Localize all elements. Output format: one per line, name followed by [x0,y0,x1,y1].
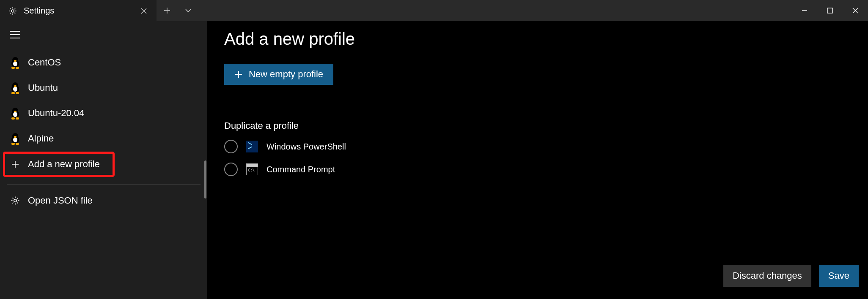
sidebar-divider [7,184,201,185]
button-label: Save [828,270,849,281]
sidebar-item-label: Ubuntu-20.04 [28,108,84,119]
linux-icon [8,57,22,68]
gear-icon [8,6,18,16]
button-label: New empty profile [249,69,323,80]
close-tab-button[interactable] [139,6,149,16]
hamburger-button[interactable] [0,21,207,48]
linux-icon [8,82,22,93]
command-prompt-icon [246,163,258,175]
button-label: Discard changes [733,270,802,281]
sidebar-item-label: Open JSON file [28,195,93,206]
sidebar-item-alpine[interactable]: Alpine [4,126,203,151]
title-bar: Settings [0,0,868,21]
profile-option-label: Windows PowerShell [266,142,346,152]
gear-icon [8,196,22,206]
linux-icon [8,133,22,144]
main-content: Add a new profile New empty profile Dupl… [207,21,868,299]
svg-point-2 [14,199,16,202]
sidebar-item-label: Add a new profile [28,159,100,170]
sidebar: CentOS Ubuntu Ubuntu-20.04 Alpine [0,21,207,299]
sidebar-item-ubuntu[interactable]: Ubuntu [4,75,203,101]
linux-icon [8,108,22,119]
sidebar-item-label: CentOS [28,57,61,68]
powershell-icon [246,141,258,152]
profile-radio-list: Windows PowerShell Command Prompt [224,140,851,176]
tab-title: Settings [24,6,139,16]
svg-rect-1 [827,8,832,13]
titlebar-spacer [199,0,792,21]
profile-option-label: Command Prompt [266,165,335,174]
window-maximize-button[interactable] [817,0,843,21]
sidebar-item-centos[interactable]: CentOS [4,50,203,75]
tab-settings[interactable]: Settings [0,0,157,21]
plus-icon [8,160,22,169]
sidebar-scroll-thumb[interactable] [204,160,206,198]
discard-button[interactable]: Discard changes [723,265,811,287]
open-json-button[interactable]: Open JSON file [4,188,203,213]
window-minimize-button[interactable] [792,0,817,21]
sidebar-item-label: Alpine [28,133,54,144]
sidebar-nav: CentOS Ubuntu Ubuntu-20.04 Alpine [0,48,207,177]
svg-point-0 [11,10,14,12]
plus-icon [234,70,243,79]
save-button[interactable]: Save [819,265,859,287]
duplicate-section-label: Duplicate a profile [224,120,851,131]
command-bar: Discard changes Save [207,253,868,299]
window-close-button[interactable] [843,0,868,21]
page-title: Add a new profile [224,30,851,49]
sidebar-item-ubuntu2004[interactable]: Ubuntu-20.04 [4,101,203,126]
sidebar-item-label: Ubuntu [28,82,58,93]
new-tab-button[interactable] [157,0,178,21]
tab-dropdown-button[interactable] [178,0,199,21]
sidebar-item-add-profile[interactable]: Add a new profile [4,153,113,176]
radio-button[interactable] [224,163,238,176]
radio-button[interactable] [224,140,238,153]
new-empty-profile-button[interactable]: New empty profile [224,64,333,85]
profile-option-powershell[interactable]: Windows PowerShell [224,140,851,153]
profile-option-cmd[interactable]: Command Prompt [224,163,851,176]
